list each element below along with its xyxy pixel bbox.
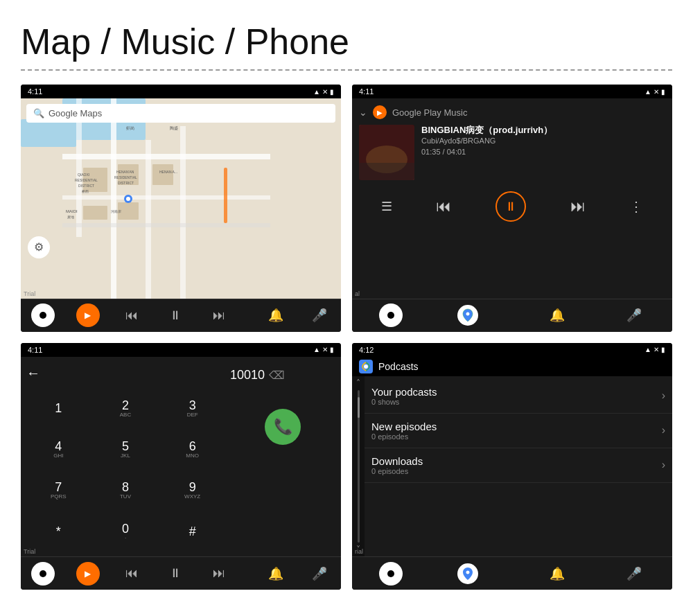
podcast-item-downloads[interactable]: Downloads 0 episodes › <box>365 448 672 483</box>
phone-mic-button[interactable]: 🎤 <box>308 563 331 585</box>
podcast-item-new-episodes[interactable]: New episodes 0 episodes › <box>365 414 672 448</box>
dialed-number-row: 10010 ⌫ <box>230 362 335 388</box>
dial-key-4[interactable]: 4 GHI <box>26 430 91 468</box>
dial-key-3[interactable]: 3 DEF <box>160 389 225 428</box>
next-track-icon[interactable]: ⏭ <box>570 197 586 215</box>
svg-text:河南岸: 河南岸 <box>111 209 121 213</box>
music-mic-button[interactable]: 🎤 <box>623 304 645 326</box>
svg-rect-7 <box>180 126 186 299</box>
podcast-your-podcasts-sub: 0 shows <box>371 398 662 406</box>
map-search-bar[interactable]: 🔍 Google Maps <box>26 104 335 123</box>
podcast-item-your-podcasts[interactable]: Your podcasts 0 shows › <box>365 379 672 414</box>
dial-key-1[interactable]: 1 <box>26 389 91 428</box>
map-pause-button[interactable]: ⏸ <box>164 304 186 326</box>
podcast-bottom-bar: 🔔 🎤 <box>352 556 672 590</box>
gpm-app-icon: ▶ <box>373 105 387 119</box>
svg-text:RESIDENTIAL: RESIDENTIAL <box>114 175 137 179</box>
map-bell-button[interactable]: 🔔 <box>265 304 287 326</box>
music-maps-button[interactable] <box>457 305 478 326</box>
map-prev-button[interactable]: ⏮ <box>121 304 143 326</box>
podcast-home-button[interactable] <box>379 562 403 586</box>
svg-point-37 <box>364 364 368 369</box>
music-bell-button[interactable]: 🔔 <box>546 304 568 326</box>
map-music-button[interactable]: ▶ <box>76 303 100 327</box>
svg-text:DISTRICT: DISTRICT <box>118 181 134 185</box>
podcast-content: ˄ ˅ Your podcasts 0 shows › New episodes <box>352 376 672 557</box>
podcast-app-header: Podcasts <box>352 357 672 376</box>
scroll-up-icon[interactable]: ˄ <box>356 379 360 387</box>
section-divider <box>21 69 672 71</box>
maps-icon-svg2 <box>460 566 475 581</box>
map-settings-button[interactable]: ⚙ <box>28 236 50 258</box>
podcast-your-podcasts-title: Your podcasts <box>371 386 662 398</box>
music-wifi-icon: ▲ <box>644 88 651 96</box>
dial-key-6[interactable]: 6 MNO <box>160 430 225 468</box>
phone-home-button[interactable] <box>31 562 55 586</box>
album-art <box>359 125 414 180</box>
dial-key-hash[interactable]: # <box>160 513 225 551</box>
song-artist: Cubi/Aydo$/BRGANG <box>421 137 665 145</box>
podcast-item-text-1: Your podcasts 0 shows <box>371 386 662 406</box>
map-signal-icon: ✕ <box>322 88 328 96</box>
podcast-item-text-2: New episodes 0 episodes <box>371 421 662 441</box>
phone-left-panel: ← 1 2 ABC 3 DEF 4 <box>21 357 230 557</box>
music-home-button[interactable] <box>379 303 403 327</box>
podcast-maps-button[interactable] <box>457 563 478 584</box>
home-icon <box>40 312 46 319</box>
prev-track-icon[interactable]: ⏮ <box>436 197 451 215</box>
svg-text:桥西: 桥西 <box>81 189 89 193</box>
dial-key-7[interactable]: 7 PQRS <box>26 471 91 509</box>
dial-key-star[interactable]: * <box>26 513 91 551</box>
phone-music-button[interactable]: ▶ <box>76 562 100 586</box>
map-screen: 4:11 ▲ ✕ ▮ <box>21 85 341 332</box>
page-title: Map / Music / Phone <box>0 0 693 69</box>
podcast-status-bar: 4:12 ▲ ✕ ▮ <box>352 343 672 357</box>
map-wifi-icon: ▲ <box>313 88 320 96</box>
map-next-button[interactable]: ⏭ <box>208 304 230 326</box>
music-icon2: ▶ <box>85 569 91 579</box>
podcast-signal-icon: ✕ <box>653 346 659 353</box>
phone-next-button[interactable]: ⏭ <box>208 563 230 585</box>
more-options-icon[interactable]: ⋮ <box>629 198 643 215</box>
dial-key-8[interactable]: 8 TUV <box>94 471 158 509</box>
music-trial-label: al <box>355 290 360 297</box>
phone-pause-button[interactable]: ⏸ <box>164 563 186 585</box>
dial-key-2[interactable]: 2 ABC <box>94 389 158 428</box>
phone-prev-button[interactable]: ⏮ <box>121 563 143 585</box>
music-app-header: ⌄ ▶ Google Play Music <box>359 105 665 119</box>
svg-rect-2 <box>21 119 76 147</box>
delete-button[interactable]: ⌫ <box>269 369 285 382</box>
scroll-track <box>358 390 360 543</box>
svg-rect-8 <box>62 195 270 200</box>
svg-text:QIAOXI: QIAOXI <box>78 173 89 177</box>
dial-key-0[interactable]: 0 · <box>94 513 158 551</box>
map-battery-icon: ▮ <box>330 88 334 96</box>
back-arrow-button[interactable]: ← <box>26 362 225 389</box>
play-pause-button[interactable]: ⏸ <box>495 191 526 222</box>
chevron-right-icon-2: › <box>662 424 665 437</box>
svg-text:虾岗: 虾岗 <box>126 126 134 130</box>
queue-icon[interactable]: ☰ <box>381 199 392 214</box>
podcast-downloads-title: Downloads <box>371 455 662 467</box>
chevron-down-icon[interactable]: ⌄ <box>359 107 367 118</box>
svg-text:陶盛: 陶盛 <box>170 126 178 130</box>
podcast-mic-button[interactable]: 🎤 <box>623 563 645 585</box>
svg-rect-9 <box>62 223 270 227</box>
podcast-app-name: Podcasts <box>378 361 419 372</box>
podcast-bell-button[interactable]: 🔔 <box>546 563 568 585</box>
song-time: 01:35 / 04:01 <box>421 148 665 156</box>
podcast-trial-label: rial <box>355 548 363 555</box>
map-mic-button[interactable]: 🎤 <box>308 304 331 326</box>
search-icon: 🔍 <box>33 108 44 118</box>
phone-status-icons: ▲ ✕ ▮ <box>313 346 334 353</box>
svg-rect-13 <box>83 206 107 220</box>
podcast-wifi-icon: ▲ <box>644 346 651 353</box>
dial-key-9[interactable]: 9 WXYZ <box>160 471 225 509</box>
phone-bell-button[interactable]: 🔔 <box>265 563 287 585</box>
phone-signal-icon: ✕ <box>322 346 328 353</box>
dial-key-5[interactable]: 5 JKL <box>94 430 158 468</box>
svg-rect-4 <box>62 154 270 159</box>
map-home-button[interactable] <box>31 303 55 327</box>
call-button[interactable]: 📞 <box>265 409 301 445</box>
music-time: 4:11 <box>359 87 374 96</box>
